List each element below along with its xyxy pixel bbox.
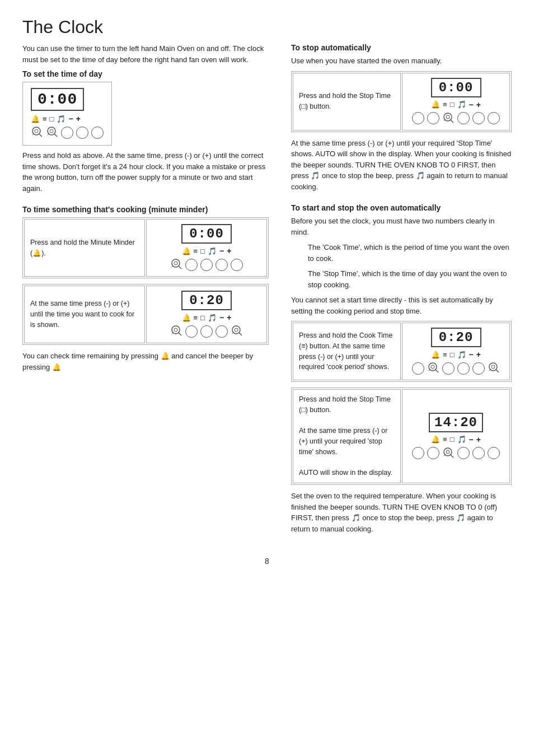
sa-plus: + [476,100,481,109]
start-stop-step1-display-cell: 0:20 🔔 ≡ □ 🎵 − + [402,323,510,380]
svg-point-18 [235,328,238,332]
sa-music-icon: 🎵 [457,100,466,109]
svg-line-9 [179,266,181,269]
minute-minder-step2-table: At the same time press (-) or (+) until … [22,284,269,345]
sa-circle-1[interactable] [412,112,424,124]
mm-circle-1[interactable] [185,259,198,271]
minus-label: − [68,114,73,123]
start-stop-auto-section: To start and stop the oven automatically… [291,203,512,534]
svg-line-29 [496,370,499,372]
svg-line-21 [451,120,453,123]
ss2-circle-5[interactable] [488,447,500,459]
mm2-minus: − [219,313,224,322]
ss2-circle-2[interactable] [427,447,439,459]
ss1-circle-2[interactable] [442,362,455,375]
sa-cook-icon: ≡ [443,100,447,109]
intro-text: You can use the timer to turn the left h… [22,43,269,65]
stop-auto-step1-display: 0:00 [431,78,481,97]
mm2-circle-2[interactable] [200,325,213,338]
mm2-music-icon: 🎵 [208,314,217,322]
mm2-bell-icon: 🔔 [182,314,191,322]
start-stop-step2-display-cell: 14:20 🔔 ≡ □ 🎵 − + [402,389,510,483]
start-stop-note: You cannot set a start time directly - t… [291,295,512,316]
mm-circle-2[interactable] [200,259,213,271]
ss2-plus: + [476,435,481,444]
svg-point-6 [50,129,53,133]
stop-time-label: The 'Stop Time', which is the time of da… [308,268,512,290]
stop-auto-step1-table: Press and hold the Stop Time (□) button.… [291,71,512,132]
sa-lens-active [442,111,455,125]
mm-lens-active [170,258,182,272]
sa-circle-3[interactable] [457,112,470,124]
ss2-minus: − [469,435,474,444]
ctrl-lens-1 [31,125,43,139]
ss2-stop-icon: □ [450,435,455,444]
start-stop-step1-desc: Press and hold the Cook Time (≡) button.… [293,323,401,380]
svg-line-5 [54,134,57,137]
ss2-cook-icon: ≡ [443,435,447,444]
mm2-circle-3[interactable] [216,325,228,338]
set-time-heading: To set the time of day [22,69,269,78]
ss2-lens-active [442,446,455,460]
mm-plus: + [227,246,231,255]
bell-icon: 🔔 [31,115,40,123]
stop-time-icon: □ [50,115,54,123]
ss2-circle-1[interactable] [412,447,424,459]
stop-auto-step1-desc: Press and hold the Stop Time (□) button. [293,73,401,130]
start-stop-step2-table: Press and hold the Stop Time (□) button.… [291,388,512,485]
ss2-music-icon: 🎵 [457,435,466,444]
svg-line-33 [451,455,453,458]
ss1-circle-4[interactable] [472,362,485,375]
ss1-lens-2 [488,361,500,375]
set-time-panel: 0:00 🔔 ≡ □ 🎵 − + [22,82,112,146]
mm2-cook-icon: ≡ [194,314,198,322]
minute-minder-step2-display-cell: 0:20 🔔 ≡ □ 🎵 − + [146,286,267,343]
ss2-circle-3[interactable] [457,447,470,459]
minute-minder-step2-display: 0:20 [181,291,232,310]
mm-cook-icon: ≡ [194,247,198,255]
mm-circle-4[interactable] [231,259,243,271]
ss1-cook-icon: ≡ [443,351,447,359]
ss1-music-icon: 🎵 [457,351,466,359]
start-stop-auto-heading: To start and stop the oven automatically [291,203,512,212]
stop-auto-note: Use when you have started the oven manua… [291,55,512,67]
mm-circle-3[interactable] [216,259,228,271]
minute-minder-step1-display: 0:00 [181,224,232,244]
svg-line-1 [39,134,42,137]
mm2-lens-2 [231,324,243,338]
svg-point-26 [431,365,434,368]
plus-label: + [76,114,81,123]
svg-line-17 [239,333,242,335]
minute-minder-check-text: You can check time remaining by pressing… [22,351,269,372]
svg-point-30 [491,365,495,368]
start-stop-step2-display: 14:20 [429,413,483,432]
mm2-circle-1[interactable] [185,325,198,338]
ss2-circle-4[interactable] [472,447,485,459]
sa-bell-icon: 🔔 [431,100,440,109]
svg-line-25 [435,370,438,372]
circle-btn-1[interactable] [61,127,73,139]
sa-circle-2[interactable] [427,112,439,124]
ss1-bell-icon: 🔔 [431,351,440,359]
cook-time-label: The 'Cook Time', which is the period of … [308,242,512,264]
svg-point-34 [446,450,449,454]
mm-music-icon: 🎵 [208,247,217,255]
circle-btn-2[interactable] [76,127,88,139]
set-time-display: 0:00 [31,88,84,111]
mm-bell-icon: 🔔 [182,247,191,255]
sa-minus: − [469,100,474,109]
mm2-lens-1 [170,324,182,338]
svg-point-10 [174,262,177,265]
start-stop-auto-intro: Before you set the clock, you must have … [291,216,512,237]
minute-minder-step1-desc: Press and hold the Minute Minder (🔔). [24,219,145,277]
svg-point-14 [174,328,177,332]
ss1-circle-3[interactable] [457,362,470,375]
sa-circle-5[interactable] [488,112,500,124]
ss1-circle-1[interactable] [412,362,424,375]
circle-btn-3[interactable] [91,127,104,139]
sa-circle-4[interactable] [472,112,485,124]
minute-minder-heading: To time something that's cooking (minute… [22,205,269,214]
mm-stop-icon: □ [200,247,205,255]
minute-minder-step1-display-cell: 0:00 🔔 ≡ □ 🎵 − + [146,219,267,277]
page-number: 8 [22,557,512,566]
